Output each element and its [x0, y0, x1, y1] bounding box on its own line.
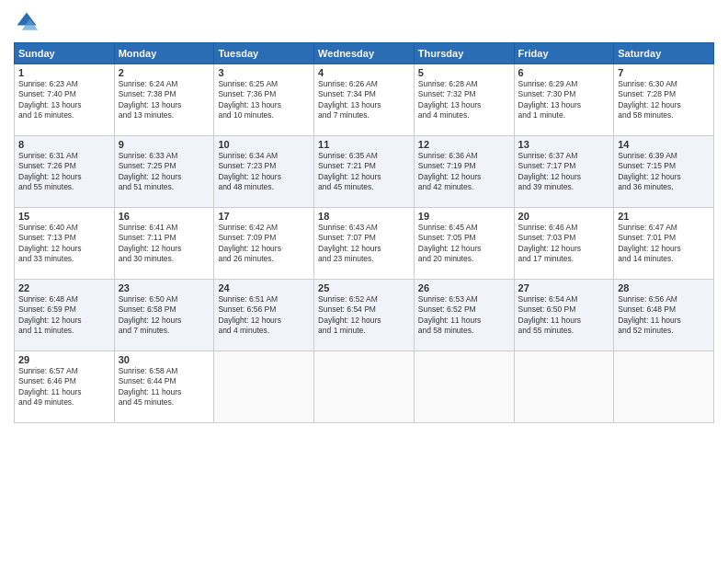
day-cell: 5Sunrise: 6:28 AMSunset: 7:32 PMDaylight…: [414, 64, 514, 136]
day-info: Sunrise: 6:47 AMSunset: 7:01 PMDaylight:…: [618, 223, 710, 265]
day-cell: 9Sunrise: 6:33 AMSunset: 7:25 PMDaylight…: [114, 136, 214, 208]
weekday-header-saturday: Saturday: [614, 43, 714, 64]
day-info: Sunrise: 6:33 AMSunset: 7:25 PMDaylight:…: [119, 151, 210, 193]
day-number: 10: [218, 139, 310, 150]
day-info: Sunrise: 6:45 AMSunset: 7:05 PMDaylight:…: [418, 223, 510, 265]
day-number: 6: [518, 67, 610, 78]
day-number: 12: [418, 139, 510, 150]
day-info: Sunrise: 6:42 AMSunset: 7:09 PMDaylight:…: [218, 223, 310, 265]
day-cell: 12Sunrise: 6:36 AMSunset: 7:19 PMDayligh…: [414, 136, 514, 208]
day-cell: 26Sunrise: 6:53 AMSunset: 6:52 PMDayligh…: [414, 280, 514, 351]
day-cell: 13Sunrise: 6:37 AMSunset: 7:17 PMDayligh…: [514, 136, 614, 208]
day-info: Sunrise: 6:53 AMSunset: 6:52 PMDaylight:…: [418, 294, 510, 337]
day-info: Sunrise: 6:25 AMSunset: 7:36 PMDaylight:…: [218, 79, 310, 121]
day-info: Sunrise: 6:31 AMSunset: 7:26 PMDaylight:…: [18, 151, 110, 193]
day-cell: 25Sunrise: 6:52 AMSunset: 6:54 PMDayligh…: [314, 280, 415, 351]
day-number: 20: [518, 211, 610, 222]
day-cell: 1Sunrise: 6:23 AMSunset: 7:40 PMDaylight…: [15, 64, 115, 136]
day-number: 9: [119, 139, 210, 150]
week-row-3: 15Sunrise: 6:40 AMSunset: 7:13 PMDayligh…: [15, 208, 714, 280]
day-cell: 22Sunrise: 6:48 AMSunset: 6:59 PMDayligh…: [15, 280, 115, 351]
day-number: 18: [318, 211, 410, 222]
day-cell: 14Sunrise: 6:39 AMSunset: 7:15 PMDayligh…: [614, 136, 714, 208]
day-info: Sunrise: 6:30 AMSunset: 7:28 PMDaylight:…: [618, 79, 710, 121]
day-cell: 23Sunrise: 6:50 AMSunset: 6:58 PMDayligh…: [114, 280, 214, 351]
day-info: Sunrise: 6:57 AMSunset: 6:46 PMDaylight:…: [18, 366, 110, 408]
day-info: Sunrise: 6:54 AMSunset: 6:50 PMDaylight:…: [518, 294, 610, 337]
day-cell: 18Sunrise: 6:43 AMSunset: 7:07 PMDayligh…: [314, 208, 415, 280]
day-number: 26: [418, 282, 510, 293]
calendar-table: SundayMondayTuesdayWednesdayThursdayFrid…: [14, 42, 714, 423]
day-info: Sunrise: 6:48 AMSunset: 6:59 PMDaylight:…: [18, 294, 110, 337]
day-cell: 19Sunrise: 6:45 AMSunset: 7:05 PMDayligh…: [414, 208, 514, 280]
day-cell: 8Sunrise: 6:31 AMSunset: 7:26 PMDaylight…: [15, 136, 115, 208]
day-number: 2: [119, 67, 210, 78]
day-cell: 16Sunrise: 6:41 AMSunset: 7:11 PMDayligh…: [114, 208, 214, 280]
day-info: Sunrise: 6:58 AMSunset: 6:44 PMDaylight:…: [119, 366, 210, 408]
day-number: 23: [119, 282, 210, 293]
day-cell: [314, 351, 415, 423]
day-cell: 24Sunrise: 6:51 AMSunset: 6:56 PMDayligh…: [214, 280, 314, 351]
day-number: 22: [18, 282, 110, 293]
day-info: Sunrise: 6:52 AMSunset: 6:54 PMDaylight:…: [318, 294, 410, 337]
day-info: Sunrise: 6:29 AMSunset: 7:30 PMDaylight:…: [518, 79, 610, 121]
day-cell: 10Sunrise: 6:34 AMSunset: 7:23 PMDayligh…: [214, 136, 314, 208]
day-number: 5: [418, 67, 510, 78]
day-info: Sunrise: 6:28 AMSunset: 7:32 PMDaylight:…: [418, 79, 510, 121]
weekday-header-thursday: Thursday: [414, 43, 514, 64]
day-number: 17: [218, 211, 310, 222]
day-number: 19: [418, 211, 510, 222]
weekday-header-sunday: Sunday: [15, 43, 115, 64]
day-number: 3: [218, 67, 310, 78]
day-number: 11: [318, 139, 410, 150]
day-cell: 3Sunrise: 6:25 AMSunset: 7:36 PMDaylight…: [214, 64, 314, 136]
day-info: Sunrise: 6:23 AMSunset: 7:40 PMDaylight:…: [18, 79, 110, 121]
day-cell: 2Sunrise: 6:24 AMSunset: 7:38 PMDaylight…: [114, 64, 214, 136]
week-row-4: 22Sunrise: 6:48 AMSunset: 6:59 PMDayligh…: [15, 280, 714, 351]
day-cell: 11Sunrise: 6:35 AMSunset: 7:21 PMDayligh…: [314, 136, 415, 208]
day-cell: 4Sunrise: 6:26 AMSunset: 7:34 PMDaylight…: [314, 64, 415, 136]
day-number: 21: [618, 211, 710, 222]
day-cell: 15Sunrise: 6:40 AMSunset: 7:13 PMDayligh…: [15, 208, 115, 280]
day-cell: 20Sunrise: 6:46 AMSunset: 7:03 PMDayligh…: [514, 208, 614, 280]
day-info: Sunrise: 6:37 AMSunset: 7:17 PMDaylight:…: [518, 151, 610, 193]
day-info: Sunrise: 6:34 AMSunset: 7:23 PMDaylight:…: [218, 151, 310, 193]
day-number: 4: [318, 67, 410, 78]
day-number: 30: [119, 354, 210, 365]
logo-icon: [14, 9, 40, 35]
day-cell: 28Sunrise: 6:56 AMSunset: 6:48 PMDayligh…: [614, 280, 714, 351]
day-number: 8: [18, 139, 110, 150]
day-info: Sunrise: 6:24 AMSunset: 7:38 PMDaylight:…: [119, 79, 210, 121]
day-cell: 30Sunrise: 6:58 AMSunset: 6:44 PMDayligh…: [114, 351, 214, 423]
day-info: Sunrise: 6:56 AMSunset: 6:48 PMDaylight:…: [618, 294, 710, 337]
logo: [14, 9, 43, 35]
day-info: Sunrise: 6:35 AMSunset: 7:21 PMDaylight:…: [318, 151, 410, 193]
weekday-header-row: SundayMondayTuesdayWednesdayThursdayFrid…: [15, 43, 714, 64]
day-info: Sunrise: 6:41 AMSunset: 7:11 PMDaylight:…: [119, 223, 210, 265]
day-cell: 27Sunrise: 6:54 AMSunset: 6:50 PMDayligh…: [514, 280, 614, 351]
day-info: Sunrise: 6:43 AMSunset: 7:07 PMDaylight:…: [318, 223, 410, 265]
day-cell: [214, 351, 314, 423]
day-number: 24: [218, 282, 310, 293]
day-cell: 7Sunrise: 6:30 AMSunset: 7:28 PMDaylight…: [614, 64, 714, 136]
day-info: Sunrise: 6:50 AMSunset: 6:58 PMDaylight:…: [119, 294, 210, 337]
weekday-header-wednesday: Wednesday: [314, 43, 415, 64]
day-number: 25: [318, 282, 410, 293]
weekday-header-friday: Friday: [514, 43, 614, 64]
page: SundayMondayTuesdayWednesdayThursdayFrid…: [0, 0, 728, 563]
day-number: 15: [18, 211, 110, 222]
header: [14, 9, 714, 35]
day-info: Sunrise: 6:36 AMSunset: 7:19 PMDaylight:…: [418, 151, 510, 193]
day-cell: 17Sunrise: 6:42 AMSunset: 7:09 PMDayligh…: [214, 208, 314, 280]
day-cell: [514, 351, 614, 423]
weekday-header-tuesday: Tuesday: [214, 43, 314, 64]
day-number: 7: [618, 67, 710, 78]
day-cell: [414, 351, 514, 423]
week-row-5: 29Sunrise: 6:57 AMSunset: 6:46 PMDayligh…: [15, 351, 714, 423]
day-number: 29: [18, 354, 110, 365]
day-number: 14: [618, 139, 710, 150]
day-number: 16: [119, 211, 210, 222]
day-cell: 21Sunrise: 6:47 AMSunset: 7:01 PMDayligh…: [614, 208, 714, 280]
day-number: 1: [18, 67, 110, 78]
day-cell: 6Sunrise: 6:29 AMSunset: 7:30 PMDaylight…: [514, 64, 614, 136]
